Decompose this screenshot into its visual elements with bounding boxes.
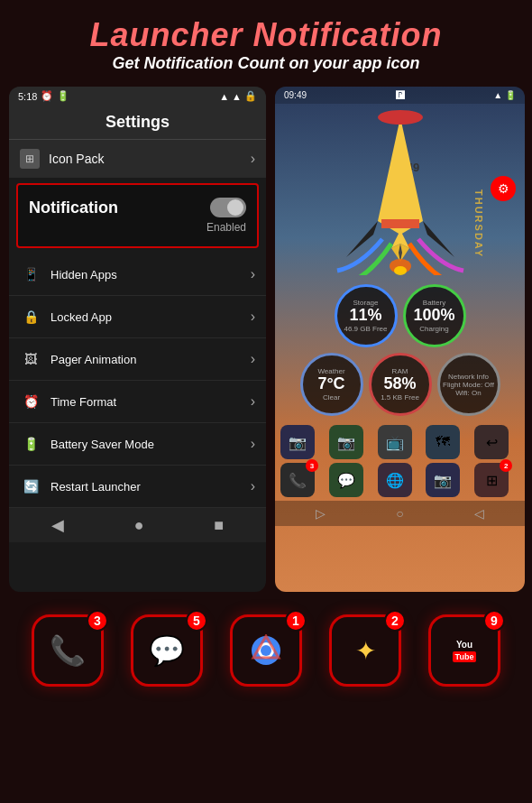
- menu-item-locked-app[interactable]: 🔒 Locked App ›: [9, 296, 266, 338]
- time-format-chevron: ›: [251, 393, 255, 410]
- pager-animation-icon: 🖼: [20, 348, 41, 370]
- notification-status: Enabled: [29, 221, 246, 234]
- svg-point-14: [261, 645, 271, 656]
- icon-pack-icon: ⊞: [20, 149, 40, 169]
- phone-app-10[interactable]: ⊞ 2: [474, 463, 509, 497]
- dock-app4[interactable]: ✦ 2: [329, 614, 401, 687]
- svg-point-7: [378, 110, 423, 125]
- phone-home[interactable]: ○: [396, 506, 403, 521]
- phone-recents[interactable]: ◁: [474, 506, 484, 521]
- settings-menu: 📱 Hidden Apps › 🔒 Locked App › 🖼 Pager A…: [9, 254, 266, 508]
- status-right: ▲ ▲ 🔒: [219, 90, 257, 102]
- pager-animation-label: Pager Animation: [50, 353, 251, 366]
- gear-icon[interactable]: ⚙: [491, 176, 516, 201]
- restart-launcher-chevron: ›: [251, 478, 255, 494]
- dock-youtube[interactable]: You Tube 9: [428, 614, 500, 687]
- toggle-knob: [227, 199, 243, 216]
- svg-rect-6: [381, 219, 419, 228]
- alarm-icon: ⏰: [41, 90, 53, 102]
- settings-panel: 5:18 ⏰ 🔋 ▲ ▲ 🔒 Settings ⊞ Icon Pack › No…: [9, 87, 266, 592]
- icon-pack-row[interactable]: ⊞ Icon Pack ›: [9, 139, 266, 178]
- signal-icon: ▲: [232, 91, 242, 102]
- dock-messages-badge: 5: [186, 610, 207, 632]
- notification-label: Notification: [29, 198, 118, 217]
- phone-status-icon: 🅿: [396, 90, 405, 100]
- dock-phone[interactable]: 📞 3: [32, 614, 104, 687]
- time-format-label: Time Format: [50, 395, 251, 409]
- rocket-area: THURSDAY 09:49: [275, 104, 525, 284]
- icon-pack-label: Icon Pack: [49, 152, 251, 166]
- phone-time: 09:49: [284, 90, 307, 100]
- status-left: 5:18 ⏰ 🔋: [18, 90, 69, 102]
- network-widget: Network Info Flight Mode: Off Wifi: On: [437, 353, 500, 416]
- home-button[interactable]: ●: [134, 516, 144, 535]
- dock-phone-badge: 3: [87, 610, 108, 632]
- weather-widget: Weather 7°C Clear: [300, 353, 363, 416]
- battery-icon: 🔋: [57, 90, 69, 102]
- icon-pack-chevron: ›: [251, 151, 255, 167]
- recents-button[interactable]: ■: [214, 516, 224, 535]
- header-title: Launcher Notification: [9, 16, 523, 54]
- main-content: 5:18 ⏰ 🔋 ▲ ▲ 🔒 Settings ⊞ Icon Pack › No…: [0, 82, 532, 596]
- time-format-icon: ⏰: [20, 391, 41, 412]
- phone-app-4[interactable]: 🗺: [426, 425, 460, 459]
- notification-toggle[interactable]: [210, 198, 246, 217]
- settings-title: Settings: [9, 106, 266, 139]
- phone-app-2[interactable]: 📷: [329, 425, 363, 459]
- restart-launcher-label: Restart Launcher: [50, 480, 251, 494]
- badge-10: 2: [500, 459, 512, 472]
- dock-youtube-badge: 9: [483, 610, 505, 632]
- locked-app-icon: 🔒: [20, 306, 41, 328]
- battery-saver-chevron: ›: [251, 436, 255, 452]
- widget-row-1: Storage 11% 46.9 GB Free Battery 100% Ch…: [275, 284, 525, 347]
- menu-item-battery-saver[interactable]: 🔋 Battery Saver Mode ›: [9, 423, 266, 466]
- phone-status-bar: 09:49 🅿 ▲ 🔋: [275, 87, 525, 104]
- restart-launcher-icon: 🔄: [20, 475, 41, 497]
- app-grid: 📷 📷 📺 🗺 ↩ 📞 3 💬 🌐 📷 ⊞ 2: [275, 421, 525, 501]
- svg-marker-2: [378, 117, 423, 235]
- phone-app-8[interactable]: 🌐: [378, 463, 412, 497]
- locked-app-chevron: ›: [251, 309, 255, 325]
- svg-point-11: [394, 266, 407, 275]
- phone-app-9[interactable]: 📷: [426, 463, 460, 497]
- phone-panel: 09:49 🅿 ▲ 🔋 THURSDAY 09:49: [275, 87, 525, 592]
- rocket-illustration: THURSDAY 09:49: [283, 104, 518, 275]
- lock-icon: 🔒: [244, 90, 257, 102]
- svg-text:THURSDAY: THURSDAY: [473, 189, 484, 258]
- locked-app-label: Locked App: [50, 310, 251, 324]
- nav-bar: ◀ ● ■: [9, 508, 266, 542]
- dock-chrome-badge: 1: [285, 610, 307, 632]
- phone-signals: ▲ 🔋: [493, 90, 516, 100]
- back-button[interactable]: ◀: [51, 515, 64, 535]
- ram-widget: RAM 58% 1.5 KB Free: [369, 353, 432, 416]
- phone-app-3[interactable]: 📺: [378, 425, 412, 459]
- header-subtitle: Get Notification Count on your app icon: [9, 54, 523, 73]
- phone-app-7[interactable]: 💬: [329, 463, 363, 497]
- dock-chrome[interactable]: 1: [230, 614, 302, 687]
- menu-item-pager-animation[interactable]: 🖼 Pager Animation ›: [9, 338, 266, 381]
- pager-animation-chevron: ›: [251, 351, 255, 367]
- wifi-icon: ▲: [219, 91, 229, 102]
- dock-messages[interactable]: 💬 5: [131, 614, 203, 687]
- notification-box: Notification Enabled: [16, 183, 259, 248]
- phone-app-6[interactable]: 📞 3: [280, 463, 315, 497]
- dock-app4-badge: 2: [384, 610, 406, 632]
- hidden-apps-icon: 📱: [20, 263, 41, 285]
- menu-item-time-format[interactable]: ⏰ Time Format ›: [9, 381, 266, 423]
- phone-nav: ▷ ○ ◁: [275, 501, 525, 526]
- battery-saver-label: Battery Saver Mode: [50, 438, 251, 451]
- header: Launcher Notification Get Notification C…: [0, 0, 532, 82]
- storage-widget: Storage 11% 46.9 GB Free: [335, 284, 398, 347]
- phone-app-5[interactable]: ↩: [474, 425, 509, 459]
- status-time: 5:18: [18, 91, 37, 102]
- menu-item-restart-launcher[interactable]: 🔄 Restart Launcher ›: [9, 466, 266, 508]
- hidden-apps-chevron: ›: [251, 266, 255, 282]
- battery-saver-icon: 🔋: [20, 433, 41, 455]
- phone-app-1[interactable]: 📷: [280, 425, 315, 459]
- youtube-tube: Tube: [453, 651, 477, 662]
- app-dock: 📞 3 💬 5 1 ✦ 2 You Tube 9: [0, 596, 532, 696]
- hidden-apps-label: Hidden Apps: [50, 268, 251, 282]
- menu-item-hidden-apps[interactable]: 📱 Hidden Apps ›: [9, 254, 266, 296]
- youtube-you: You: [456, 640, 472, 650]
- phone-back[interactable]: ▷: [316, 506, 326, 521]
